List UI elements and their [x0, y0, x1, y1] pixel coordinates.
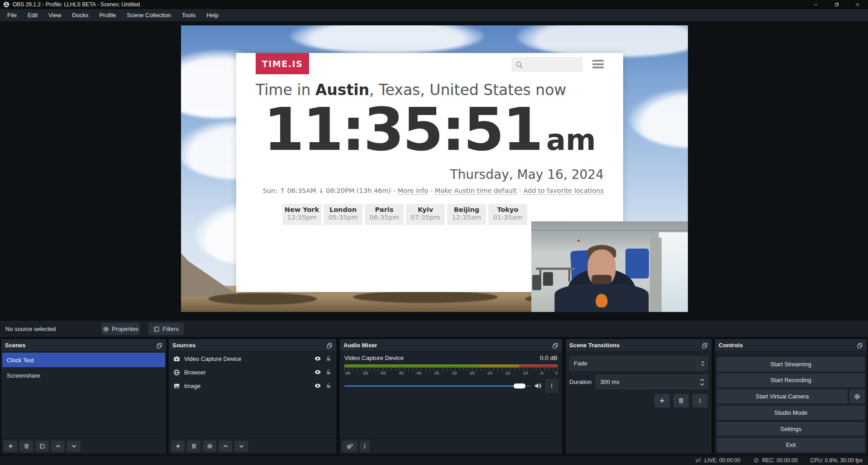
rec-status: REC: 00:00:00 — [753, 457, 798, 464]
restore-button[interactable] — [826, 0, 847, 9]
add-source-button[interactable] — [171, 441, 185, 452]
volume-slider-handle[interactable] — [514, 384, 525, 388]
scene-transitions-title: Scene Transitions — [569, 342, 620, 349]
source-properties-button[interactable] — [203, 441, 216, 452]
city-tile-london[interactable]: London05:35pm — [324, 204, 362, 225]
eye-icon[interactable] — [314, 355, 321, 362]
menu-profile[interactable]: Profile — [94, 9, 121, 21]
menu-view[interactable]: View — [43, 9, 67, 21]
mixer-menu-button[interactable] — [360, 441, 370, 452]
volume-meter — [344, 364, 558, 368]
window-title: OBS 29.1.2 - Profile: LLHLS BETA - Scene… — [13, 1, 140, 8]
image-icon — [173, 383, 180, 389]
move-source-down-button[interactable] — [234, 441, 248, 452]
obs-logo-icon — [3, 1, 10, 8]
office-pillar — [650, 238, 662, 312]
popout-icon[interactable] — [701, 342, 708, 349]
mixer-channel-menu-button[interactable] — [546, 379, 558, 393]
search-box[interactable] — [511, 57, 583, 72]
start-virtual-camera-button[interactable]: Start Virtual Camera — [717, 389, 848, 403]
preview-canvas: TIME.IS Time in Austin, Texas, United St… — [0, 21, 868, 320]
timeis-logo[interactable]: TIME.IS — [256, 53, 309, 74]
sources-title: Sources — [172, 342, 196, 349]
webcam-video — [531, 221, 688, 312]
volume-slider[interactable] — [344, 383, 530, 389]
virtual-camera-config-button[interactable] — [849, 389, 865, 403]
menu-scene-collection[interactable]: Scene Collection — [121, 9, 176, 21]
start-recording-button[interactable]: Start Recording — [717, 374, 865, 388]
hill-shape — [208, 293, 317, 305]
menu-file[interactable]: File — [2, 9, 22, 21]
add-favorite-link[interactable]: Add to favorite locations — [523, 187, 604, 194]
scenes-list: Clock Test Screenshare — [1, 353, 166, 439]
source-item-image[interactable]: Image — [169, 379, 336, 393]
city-tile-paris[interactable]: Paris06:35pm — [365, 204, 404, 225]
meter-tick-labels: -60-55-50-45-40-35-30-25-20-15-10-50 — [344, 371, 558, 375]
properties-button[interactable]: Properties — [101, 323, 140, 335]
start-streaming-button[interactable]: Start Streaming — [717, 357, 865, 371]
gear-icon — [103, 326, 109, 332]
close-button[interactable] — [847, 0, 868, 9]
chevron-updown-icon — [697, 357, 707, 370]
lock-icon[interactable] — [325, 369, 332, 375]
popout-icon[interactable] — [857, 342, 863, 349]
fire-alarm-light — [577, 240, 580, 242]
clock-time: 11:35:51 — [263, 95, 542, 164]
spin-up-icon[interactable] — [700, 379, 705, 382]
move-source-up-button[interactable] — [219, 441, 232, 452]
add-transition-button[interactable] — [654, 394, 670, 407]
remove-source-button[interactable] — [187, 441, 200, 452]
advanced-audio-button[interactable] — [342, 441, 358, 452]
controls-header: Controls — [715, 339, 867, 352]
scene-transitions-dock: Scene Transitions Fade Duration 300 ms — [565, 339, 712, 454]
more-info-link[interactable]: More info — [397, 187, 428, 194]
source-item-browser[interactable]: Browser — [169, 365, 336, 379]
source-item-video-capture[interactable]: Video Capture Device — [169, 352, 336, 365]
speaker-icon[interactable] — [534, 382, 542, 390]
settings-button[interactable]: Settings — [717, 422, 865, 436]
spin-down-icon[interactable] — [700, 383, 705, 386]
lock-icon[interactable] — [325, 383, 332, 389]
search-icon — [515, 61, 523, 69]
remove-scene-button[interactable] — [19, 441, 33, 452]
add-scene-button[interactable] — [4, 441, 17, 452]
make-default-link[interactable]: Make Austin time default — [435, 187, 517, 194]
meter-tickmarks — [344, 369, 558, 370]
scene-item-screenshare[interactable]: Screenshare — [2, 368, 165, 383]
minimize-button[interactable] — [806, 0, 826, 9]
scene-filters-button[interactable] — [35, 441, 49, 452]
transition-menu-button[interactable] — [692, 394, 708, 407]
transition-select[interactable]: Fade — [569, 356, 708, 370]
menu-docks[interactable]: Docks — [67, 9, 94, 21]
city-tile-tokyo[interactable]: Tokyo01:35am — [488, 204, 527, 225]
lock-icon[interactable] — [325, 355, 332, 362]
duration-spinbox[interactable]: 300 ms — [596, 375, 708, 389]
obs-window: OBS 29.1.2 - Profile: LLHLS BETA - Scene… — [0, 0, 868, 465]
city-tile-beijing[interactable]: Beijing12:35am — [447, 204, 486, 225]
hamburger-menu-icon[interactable] — [592, 60, 604, 68]
mixer-level-db: 0.0 dB — [540, 355, 558, 361]
filters-button[interactable]: Filters — [148, 323, 184, 335]
remove-transition-button[interactable] — [673, 394, 689, 407]
cloud-shape — [629, 89, 688, 148]
scenes-header: Scenes — [1, 339, 166, 352]
menu-tools[interactable]: Tools — [176, 9, 201, 21]
city-tile-kyiv[interactable]: Kyiv07:35pm — [406, 204, 445, 225]
menu-help[interactable]: Help — [201, 9, 224, 21]
move-scene-up-button[interactable] — [51, 441, 65, 452]
menu-edit[interactable]: Edit — [22, 9, 43, 21]
popout-icon[interactable] — [552, 342, 558, 349]
program-video-frame[interactable]: TIME.IS Time in Austin, Texas, United St… — [181, 25, 688, 312]
exit-button[interactable]: Exit — [717, 438, 865, 452]
sun-info-line: Sun: ↑ 06:35AM ↓ 08:20PM (13h 46m) - Mor… — [263, 187, 604, 194]
eye-icon[interactable] — [314, 382, 321, 389]
city-tile-new-york[interactable]: New York12:35pm — [282, 204, 321, 225]
studio-mode-button[interactable]: Studio Mode — [717, 406, 865, 420]
popout-icon[interactable] — [326, 342, 333, 349]
popout-icon[interactable] — [156, 342, 162, 349]
scenes-dock: Scenes Clock Test Screenshare — [1, 339, 167, 454]
search-input[interactable] — [523, 61, 577, 68]
move-scene-down-button[interactable] — [67, 441, 81, 452]
eye-icon[interactable] — [314, 369, 321, 376]
scene-item-clock-test[interactable]: Clock Test — [2, 353, 165, 367]
